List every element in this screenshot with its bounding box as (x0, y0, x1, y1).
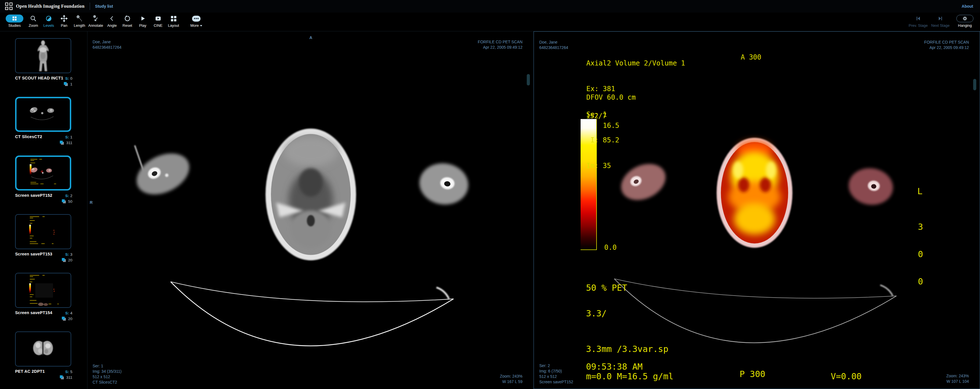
layers-icon (60, 140, 64, 145)
skip-next-icon (937, 14, 943, 23)
viewport-scrollbar[interactable] (973, 79, 976, 90)
prev-stage-button[interactable]: Prev. Stage (910, 13, 926, 28)
series-number-badge: S:4 (65, 310, 72, 316)
hanging-protocol-button[interactable]: Hanging (955, 13, 975, 28)
slice-thickness-label: 3.3/ (586, 309, 606, 318)
series-thumbnail-active[interactable] (15, 97, 71, 132)
tool-angle[interactable]: Angle (104, 13, 120, 28)
scout-body-image (16, 39, 71, 73)
tool-zoom[interactable]: Zoom (25, 13, 41, 28)
recon-label: 3.3mm /3.3var.sp (586, 344, 668, 354)
series-item-pt152[interactable]: Screen savePT152 S:2 50 (15, 156, 87, 204)
zoom-icon (30, 14, 37, 23)
series-thumbnail[interactable] (15, 332, 71, 367)
layers-icon (60, 375, 64, 380)
series-thumbnail[interactable] (15, 273, 71, 308)
instance-count: 311 (66, 141, 72, 145)
series-number-badge: S:5 (65, 369, 72, 374)
about-link[interactable]: About (962, 4, 973, 8)
instance-count: 311 (66, 375, 72, 379)
tool-pan[interactable]: Pan (56, 13, 72, 28)
hanging-pill[interactable] (956, 15, 974, 22)
layout-icon (171, 14, 177, 23)
series-item-pt153[interactable]: Screen savePT153 S:3 20 (15, 214, 87, 262)
studies-pill[interactable] (6, 14, 23, 22)
patient-info-overlay: Doe, Jane6482364817264 (92, 39, 121, 50)
ct-axial-mini-image (16, 98, 70, 130)
tool-more[interactable]: More (189, 13, 204, 28)
cine-icon (155, 14, 162, 23)
toolbar-right-group: Prev. Stage Next Stage Hanging (910, 13, 975, 31)
series-item-pet-ac[interactable]: PET AC 2DPT1 S:5 311 (15, 332, 87, 380)
tool-cine[interactable]: CINE (150, 13, 166, 28)
length-icon (76, 14, 83, 23)
series-description: Screen savePT153 (15, 252, 52, 256)
orientation-marker-right: R (90, 200, 92, 205)
instance-count: 20 (68, 258, 72, 262)
instance-count: 1 (70, 82, 72, 86)
colorbar-top-label: 152/7 (586, 112, 606, 120)
series-description: Screen savePT152 (15, 193, 52, 198)
instance-count: 20 (68, 317, 72, 321)
series-number-badge: S:2 (65, 193, 72, 198)
series-thumbnail-active[interactable] (15, 156, 71, 191)
viewport-ct[interactable]: A R Doe, Jane6482364817264 FORFILE CD PE… (88, 31, 534, 389)
series-thumbnail[interactable] (15, 214, 71, 249)
header-divider (90, 3, 90, 10)
series-number-badge: S:3 (65, 252, 72, 257)
minmax-label: m=0.0 M=16.5 g/ml (586, 372, 673, 381)
next-stage-button[interactable]: Next Stage (933, 13, 948, 28)
studies-grid-icon (13, 16, 16, 21)
patient-info-overlay: Doe, Jane6482364817264 (539, 40, 568, 51)
orientation-marker-anterior: A (309, 35, 312, 40)
series-description: CT SlicesCT2 (15, 134, 42, 139)
series-thumbnail[interactable] (15, 38, 71, 73)
series-description: CT SCOUT HEAD INCT1 (15, 76, 63, 80)
pet-brain-mini-image (16, 332, 71, 366)
anterior-marker-label: A 300 (741, 53, 761, 62)
study-info-overlay: FORFILE CD PET SCANApr 22, 2005 09:49:12 (924, 40, 969, 51)
pet-percent-label: 50 % PET (586, 283, 627, 293)
series-description: PET AC 2DPT1 (15, 369, 45, 374)
instance-count: 50 (68, 199, 72, 203)
tool-play[interactable]: Play (135, 13, 150, 28)
reset-icon (124, 14, 131, 23)
tool-studies[interactable]: Studies (3, 13, 25, 28)
acquisition-time-label: 09:53:38 AM (586, 362, 643, 372)
series-browser: CT SCOUT HEAD INCT1 S:0 1 (0, 31, 88, 389)
viewport-scrollbar[interactable] (527, 74, 530, 86)
pet-screen-mini-image (16, 273, 71, 307)
colorbar-min-label: 0.0 (604, 243, 616, 252)
layers-icon (64, 82, 68, 87)
series-item-ct-slices[interactable]: CT SlicesCT2 S:1 311 (15, 97, 87, 145)
series-item-ct-scout[interactable]: CT SCOUT HEAD INCT1 S:0 1 (15, 38, 87, 87)
layers-icon (62, 316, 66, 321)
layers-icon (62, 199, 66, 204)
app-title: Open Health Imaging Foundation (16, 4, 84, 9)
tool-annotate[interactable]: Annotate (87, 13, 104, 28)
viewport-pet-ct[interactable]: Doe, Jane6482364817264 FORFILE CD PET SC… (534, 31, 980, 389)
skip-previous-icon (915, 14, 921, 23)
dfov-label: DFOV 60.0 cm (586, 93, 636, 102)
left-marker-digits: 3 0 0 (918, 204, 949, 305)
tool-length[interactable]: Length (72, 13, 87, 28)
zoom-wl-overlay: Zoom: 243%W 107 L 104 (947, 373, 969, 384)
tool-levels[interactable]: Levels (41, 13, 56, 28)
ohif-logo-icon (5, 3, 13, 10)
series-item-pt154[interactable]: Screen savePT154 S:4 20 (15, 273, 87, 321)
gear-icon (963, 16, 967, 21)
play-icon (140, 14, 146, 23)
ct-axial-image (88, 31, 533, 389)
tool-reset[interactable]: Reset (120, 13, 135, 28)
series-info-overlay: Ser: 2Img: 6 (7/50)512 x 512Screen saveP… (539, 363, 573, 385)
layers-icon (62, 258, 66, 262)
angle-icon (108, 14, 115, 23)
fused-pet-mini-image (16, 157, 70, 189)
app-logo[interactable]: Open Health Imaging Foundation (5, 3, 84, 10)
tool-layout[interactable]: Layout (166, 13, 181, 28)
toolbar: Studies Zoom Levels Pan Length Annotate (0, 13, 980, 31)
study-list-link[interactable]: Study list (95, 4, 113, 8)
left-marker-letter: L (917, 187, 923, 196)
top-header: Open Health Imaging Foundation Study lis… (0, 0, 980, 13)
series-number-badge: S:0 (65, 76, 72, 81)
